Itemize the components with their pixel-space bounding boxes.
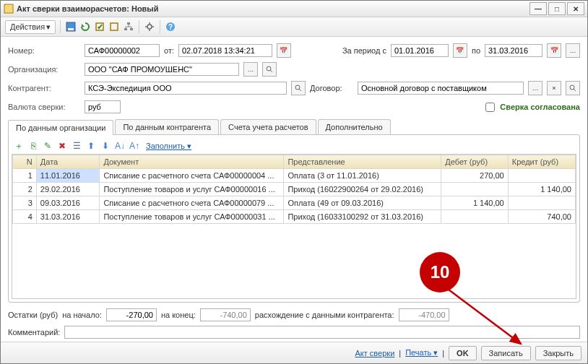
summary-row: Остатки (руб) на начало: на конец: расхо… — [8, 308, 580, 321]
titlebar: Акт сверки взаиморасчетов: Новый — □ ✕ — [1, 1, 587, 17]
refresh-icon[interactable] — [79, 21, 91, 32]
kontr-label: Контрагент: — [8, 84, 80, 92]
dogovor-label: Договор: — [310, 84, 353, 92]
currency-field[interactable] — [85, 100, 121, 113]
dog-open-button[interactable] — [566, 81, 580, 95]
tab-org-data[interactable]: По данным организации — [8, 120, 113, 135]
org-open-button[interactable] — [262, 62, 277, 77]
svg-line-12 — [270, 70, 272, 72]
help-icon[interactable]: ? — [165, 21, 176, 32]
post-icon[interactable] — [94, 21, 105, 32]
tab-accounts[interactable]: Счета учета расчетов — [220, 119, 316, 134]
date-field[interactable] — [178, 44, 272, 57]
bal-end-field — [200, 308, 251, 321]
to-label: по — [472, 46, 480, 55]
period-label: За период с — [342, 46, 386, 55]
org-select-button[interactable]: … — [243, 62, 258, 77]
table-row[interactable]: 111.01.2016Списание с расчетного счета С… — [13, 169, 576, 183]
period-select-button[interactable]: … — [566, 43, 580, 58]
start-label: на начало: — [62, 311, 102, 319]
tabs: По данным организации По данным контраге… — [8, 119, 580, 134]
tab-kontr-data[interactable]: По данным контрагента — [115, 119, 219, 134]
sort-asc-icon[interactable]: A↓ — [114, 140, 126, 152]
org-label: Организация: — [8, 65, 80, 74]
move-down-icon[interactable]: ⬇ — [100, 140, 111, 152]
currency-label: Валюта сверки: — [8, 103, 80, 111]
svg-rect-0 — [4, 4, 13, 13]
settings-icon[interactable] — [144, 21, 155, 32]
bottom-bar: Акт сверки | Печать ▾ | OK Записать Закр… — [1, 342, 587, 363]
close-button[interactable]: Закрыть — [535, 346, 581, 360]
svg-line-16 — [574, 89, 576, 91]
period-to-field[interactable] — [485, 44, 542, 57]
act-sverki-link[interactable]: Акт сверки — [355, 349, 395, 358]
bal-start-field[interactable] — [106, 308, 157, 321]
window-title: Акт сверки взаиморасчетов: Новый — [17, 4, 159, 13]
close-window-button[interactable]: ✕ — [567, 2, 584, 15]
data-grid[interactable]: N Дата Документ Представление Дебет (руб… — [12, 154, 576, 299]
org-field[interactable] — [85, 63, 239, 76]
dogovor-field[interactable] — [358, 82, 524, 95]
agreed-checkbox[interactable] — [485, 103, 495, 112]
app-icon — [4, 4, 14, 14]
table-row[interactable]: 431.03.2016Поступление товаров и услуг С… — [13, 210, 576, 224]
comment-field[interactable] — [64, 326, 580, 339]
delete-row-icon[interactable]: ✖ — [56, 140, 68, 152]
comment-label: Комментарий: — [8, 328, 60, 337]
diff-field — [399, 308, 449, 321]
add-row-icon[interactable]: ＋ — [13, 140, 25, 152]
save-icon[interactable] — [65, 21, 77, 32]
minimize-button[interactable]: — — [529, 2, 547, 15]
col-doc[interactable]: Документ — [100, 155, 284, 169]
kontragent-field[interactable] — [85, 82, 287, 95]
copy-row-icon[interactable]: ⎘ — [27, 140, 39, 152]
kontr-open-button[interactable] — [291, 81, 306, 95]
sort-desc-icon[interactable]: A↑ — [129, 140, 140, 152]
main-toolbar: Действия ▾ ? — [1, 17, 587, 37]
col-n[interactable]: N — [13, 155, 37, 169]
col-debit[interactable]: Дебет (руб) — [441, 155, 508, 169]
print-menu[interactable]: Печать ▾ — [405, 348, 438, 358]
col-date[interactable]: Дата — [36, 155, 100, 169]
period-from-field[interactable] — [391, 44, 449, 57]
save-button[interactable]: Записать — [481, 346, 531, 360]
svg-rect-7 — [130, 28, 133, 30]
col-repr[interactable]: Представление — [284, 155, 441, 169]
calendar-icon[interactable]: 📅 — [277, 43, 291, 58]
svg-rect-6 — [124, 28, 127, 30]
number-label: Номер: — [8, 46, 80, 55]
svg-rect-5 — [127, 22, 130, 25]
table-row[interactable]: 309.03.2016Списание с расчетного счета С… — [13, 196, 576, 210]
actions-menu[interactable]: Действия ▾ — [5, 20, 56, 34]
maximize-button[interactable]: □ — [548, 2, 566, 15]
calendar-from-icon[interactable]: 📅 — [453, 43, 467, 58]
svg-text:?: ? — [168, 23, 173, 31]
dog-clear-button[interactable]: × — [547, 81, 561, 95]
table-row[interactable]: 229.02.2016Поступление товаров и услуг С… — [13, 183, 576, 196]
chevron-down-icon: ▾ — [46, 22, 51, 32]
tab-additional[interactable]: Дополнительно — [318, 119, 391, 134]
col-credit[interactable]: Кредит (руб) — [508, 155, 575, 169]
agreed-label: Сверка согласована — [500, 103, 580, 111]
diff-label: расхождение с данными контрагента: — [255, 311, 394, 319]
unpost-icon[interactable] — [108, 21, 120, 32]
svg-rect-4 — [111, 23, 118, 30]
svg-line-14 — [299, 89, 301, 91]
bal-label: Остатки (руб) — [8, 311, 58, 319]
move-end-icon[interactable]: ☰ — [71, 140, 82, 152]
edit-row-icon[interactable]: ✎ — [42, 140, 53, 152]
fill-menu[interactable]: Заполнить ▾ — [146, 142, 191, 151]
number-field[interactable] — [85, 44, 160, 57]
svg-rect-2 — [68, 28, 74, 30]
dog-select-button[interactable]: … — [528, 81, 542, 95]
structure-icon[interactable] — [123, 21, 134, 32]
grid-toolbar: ＋ ⎘ ✎ ✖ ☰ ⬆ ⬇ A↓ A↑ Заполнить ▾ — [12, 138, 576, 154]
calendar-to-icon[interactable]: 📅 — [547, 43, 561, 58]
from-label: от: — [164, 46, 174, 55]
ok-button[interactable]: OK — [449, 346, 477, 360]
end-label: на конец: — [161, 311, 196, 319]
move-up-icon[interactable]: ⬆ — [85, 140, 97, 152]
svg-point-8 — [147, 25, 152, 29]
